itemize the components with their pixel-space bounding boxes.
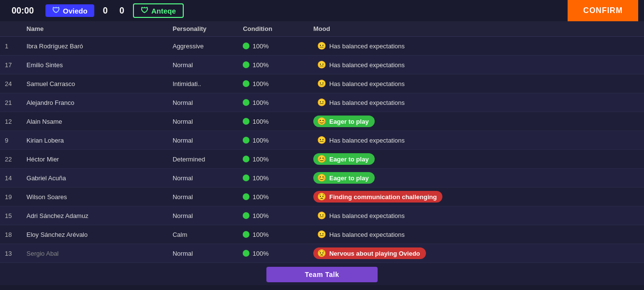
condition-icon: [243, 99, 249, 106]
condition-icon: [243, 43, 249, 49]
mood-text: Eager to play: [329, 156, 369, 163]
table-row: 19Wilson SoaresNormal100%😟Finding commun…: [0, 188, 644, 206]
condition-icon: [243, 61, 249, 68]
player-personality: Normal: [168, 206, 238, 225]
player-name: Kirian Lobera: [22, 131, 168, 150]
condition-value: 100%: [252, 118, 268, 125]
condition-icon: [243, 193, 249, 200]
player-mood: 😐Has balanced expectations: [308, 206, 644, 225]
col-header-number: [0, 21, 22, 37]
mood-text: Eager to play: [329, 174, 369, 182]
mood-smiley-icon: 😐: [317, 79, 326, 88]
player-personality: Normal: [168, 93, 238, 112]
condition-value: 100%: [252, 231, 268, 238]
player-number: 18: [0, 225, 22, 244]
player-mood: 😐Has balanced expectations: [308, 74, 644, 93]
mood-badge: 😊Eager to play: [313, 172, 375, 184]
players-table-container: Name Personality Condition Mood 1Ibra Ro…: [0, 21, 644, 263]
player-number: 22: [0, 150, 22, 169]
condition-icon: [243, 212, 249, 219]
player-mood: 😟Finding communication challenging: [308, 188, 644, 206]
player-mood: 😐Has balanced expectations: [308, 56, 644, 74]
player-number: 13: [0, 244, 22, 263]
away-shield-icon: 🛡: [141, 6, 148, 15]
confirm-button[interactable]: CONFIRM: [568, 0, 638, 21]
player-personality: Normal: [168, 244, 238, 263]
mood-smiley-icon: 😊: [317, 117, 326, 126]
table-row: 12Alain NsameNormal100%😊Eager to play: [0, 112, 644, 131]
mood-badge: 😐Has balanced expectations: [313, 97, 410, 108]
player-number: 14: [0, 169, 22, 188]
mood-badge: 😊Eager to play: [313, 116, 375, 127]
player-name: Samuel Carrasco: [22, 74, 168, 93]
player-name: Wilson Soares: [22, 188, 168, 206]
player-mood: 😊Eager to play: [308, 169, 644, 187]
condition-value: 100%: [252, 193, 268, 201]
condition-icon: [243, 250, 249, 257]
mood-badge: 😟Finding communication challenging: [313, 191, 442, 203]
match-time: 00:00: [6, 6, 40, 16]
player-condition: 100%: [238, 188, 308, 206]
condition-icon: [243, 231, 249, 238]
player-name: Alejandro Franco: [22, 93, 168, 112]
mood-badge: 😐Has balanced expectations: [313, 210, 410, 221]
player-personality: Normal: [168, 188, 238, 206]
player-number: 12: [0, 112, 22, 131]
player-number: 9: [0, 131, 22, 150]
player-personality: Normal: [168, 56, 238, 74]
table-row: 22Héctor MierDetermined100%😊Eager to pla…: [0, 150, 644, 169]
condition-value: 100%: [252, 99, 268, 106]
home-team-name: Oviedo: [63, 7, 88, 15]
mood-text: Has balanced expectations: [329, 61, 405, 69]
score-home: 0: [100, 6, 111, 16]
player-condition: 100%: [238, 225, 308, 244]
mood-smiley-icon: 😐: [317, 98, 326, 107]
condition-value: 100%: [252, 61, 268, 69]
player-condition: 100%: [238, 131, 308, 150]
team-talk-button[interactable]: Team Talk: [266, 267, 378, 282]
player-condition: 100%: [238, 150, 308, 169]
col-header-mood: Mood: [308, 21, 644, 37]
player-mood: 😊Eager to play: [308, 150, 644, 168]
table-row: 18Eloy Sánchez ArévaloCalm100%😐Has balan…: [0, 225, 644, 244]
condition-icon: [243, 137, 249, 144]
col-header-personality: Personality: [168, 21, 238, 37]
player-mood: 😐Has balanced expectations: [308, 131, 644, 149]
home-team: 🛡 Oviedo: [45, 4, 94, 17]
condition-value: 100%: [252, 43, 268, 50]
player-name: Sergio Abal: [22, 244, 168, 263]
mood-smiley-icon: 😟: [317, 192, 326, 201]
mood-text: Has balanced expectations: [329, 231, 405, 238]
player-condition: 100%: [238, 93, 308, 112]
table-row: 13Sergio AbalNormal100%😟Nervous about pl…: [0, 244, 644, 263]
mood-text: Nervous about playing Oviedo: [329, 250, 420, 257]
mood-badge: 😐Has balanced expectations: [313, 78, 410, 89]
player-personality: Intimidati..: [168, 74, 238, 93]
mood-smiley-icon: 😐: [317, 211, 326, 220]
player-condition: 100%: [238, 37, 308, 56]
table-header-row: Name Personality Condition Mood: [0, 21, 644, 37]
condition-value: 100%: [252, 250, 268, 257]
player-name: Ibra Rodríguez Baró: [22, 37, 168, 56]
table-row: 9Kirian LoberaNormal100%😐Has balanced ex…: [0, 131, 644, 150]
player-mood: 😐Has balanced expectations: [308, 225, 644, 244]
player-number: 21: [0, 93, 22, 112]
away-team: 🛡 Anteqe: [133, 3, 184, 18]
mood-text: Eager to play: [329, 118, 369, 125]
score-away: 0: [117, 6, 127, 16]
player-number: 15: [0, 206, 22, 225]
mood-smiley-icon: 😊: [317, 155, 326, 163]
mood-text: Finding communication challenging: [329, 193, 437, 201]
mood-smiley-icon: 😊: [317, 174, 326, 182]
mood-text: Has balanced expectations: [329, 137, 405, 144]
player-personality: Normal: [168, 169, 238, 188]
player-name: Emilio Sintes: [22, 56, 168, 74]
mood-text: Has balanced expectations: [329, 43, 405, 50]
condition-value: 100%: [252, 137, 268, 144]
player-condition: 100%: [238, 206, 308, 225]
mood-smiley-icon: 😐: [317, 42, 326, 50]
player-name: Gabriel Acuña: [22, 169, 168, 188]
player-number: 17: [0, 56, 22, 74]
player-personality: Normal: [168, 112, 238, 131]
player-name: Eloy Sánchez Arévalo: [22, 225, 168, 244]
